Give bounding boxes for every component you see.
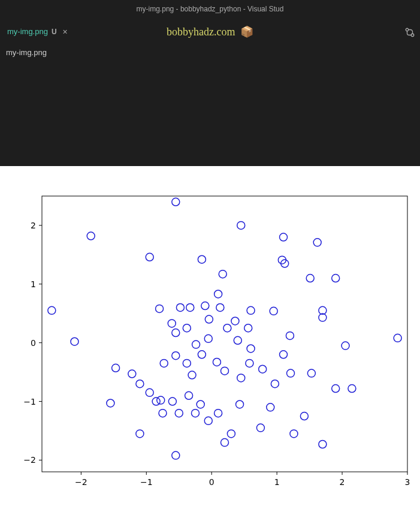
watermark-brand: bobbyhadz.com 📦 xyxy=(167,25,253,38)
svg-point-30 xyxy=(146,253,153,261)
svg-point-27 xyxy=(87,232,95,240)
svg-point-32 xyxy=(198,255,206,263)
svg-point-96 xyxy=(152,397,160,405)
svg-text:−1: −1 xyxy=(23,397,36,406)
vscode-editor-area: my-img.png - bobbyhadz_python - Visual S… xyxy=(0,0,420,166)
svg-point-60 xyxy=(246,359,253,367)
svg-point-26 xyxy=(237,221,245,229)
svg-point-51 xyxy=(183,324,191,332)
svg-point-37 xyxy=(214,290,222,298)
svg-point-36 xyxy=(306,275,314,282)
svg-point-55 xyxy=(192,341,200,348)
svg-point-68 xyxy=(332,385,340,393)
svg-text:3: 3 xyxy=(405,477,410,487)
svg-point-70 xyxy=(185,391,193,399)
svg-point-80 xyxy=(271,380,279,388)
svg-point-82 xyxy=(128,370,136,378)
svg-point-94 xyxy=(205,315,213,323)
svg-point-0 xyxy=(406,28,409,31)
svg-point-78 xyxy=(267,403,274,411)
svg-point-89 xyxy=(136,430,144,438)
svg-point-54 xyxy=(234,336,241,344)
image-viewer-blank-area xyxy=(0,61,420,166)
svg-point-86 xyxy=(290,430,298,438)
svg-point-57 xyxy=(213,358,220,366)
svg-point-48 xyxy=(204,335,212,342)
svg-point-71 xyxy=(168,397,176,405)
svg-point-81 xyxy=(188,371,196,379)
svg-point-87 xyxy=(319,441,327,448)
tab-filename: my-img.png xyxy=(7,27,48,36)
svg-point-66 xyxy=(136,380,144,388)
svg-point-88 xyxy=(221,439,229,447)
svg-point-25 xyxy=(172,198,180,206)
svg-point-74 xyxy=(214,409,222,417)
svg-point-62 xyxy=(221,367,229,375)
svg-point-49 xyxy=(394,334,401,342)
svg-point-61 xyxy=(259,365,267,373)
brand-text: bobbyhadz.com xyxy=(167,26,235,38)
scatter-plot: −2−10123−2−1012 xyxy=(12,184,413,508)
svg-point-47 xyxy=(71,338,78,345)
svg-point-64 xyxy=(287,369,295,377)
title-bar: my-img.png - bobbyhadz_python - Visual S… xyxy=(0,0,420,18)
git-untracked-indicator: U xyxy=(52,28,57,36)
compare-icon[interactable] xyxy=(404,27,415,40)
svg-point-50 xyxy=(223,324,231,332)
svg-text:1: 1 xyxy=(274,477,280,487)
svg-point-65 xyxy=(112,364,120,372)
breadcrumb-item: my-img.png xyxy=(6,48,47,57)
svg-text:1: 1 xyxy=(31,279,36,289)
svg-text:−1: −1 xyxy=(140,477,153,487)
svg-text:0: 0 xyxy=(31,338,36,348)
svg-point-63 xyxy=(307,369,315,377)
svg-point-35 xyxy=(332,275,340,282)
svg-point-90 xyxy=(172,451,180,459)
svg-text:2: 2 xyxy=(31,221,36,230)
svg-point-41 xyxy=(176,303,184,311)
svg-point-103 xyxy=(172,352,180,360)
svg-point-75 xyxy=(191,409,199,417)
svg-point-56 xyxy=(198,351,206,359)
svg-point-92 xyxy=(231,317,239,325)
svg-point-69 xyxy=(348,385,356,393)
svg-point-28 xyxy=(280,233,288,241)
svg-point-97 xyxy=(280,351,288,359)
svg-point-76 xyxy=(175,409,183,417)
svg-point-59 xyxy=(160,359,168,367)
image-content: −2−10123−2−1012 xyxy=(0,166,420,514)
package-icon: 📦 xyxy=(240,26,253,38)
svg-point-91 xyxy=(342,342,349,350)
svg-point-73 xyxy=(159,409,167,417)
window-title: my-img.png - bobbyhadz_python - Visual S… xyxy=(137,5,284,13)
svg-point-99 xyxy=(237,374,245,382)
svg-point-77 xyxy=(300,412,308,420)
svg-point-1 xyxy=(411,34,414,37)
svg-rect-2 xyxy=(42,196,407,472)
svg-point-52 xyxy=(168,320,176,327)
svg-point-43 xyxy=(48,306,56,314)
svg-point-38 xyxy=(201,302,209,310)
svg-point-84 xyxy=(256,424,264,432)
breadcrumb[interactable]: my-img.png xyxy=(0,43,420,61)
svg-point-101 xyxy=(107,399,114,407)
svg-point-29 xyxy=(313,239,321,246)
svg-point-85 xyxy=(227,430,235,438)
svg-point-102 xyxy=(197,400,204,408)
close-icon[interactable]: × xyxy=(61,26,70,37)
svg-text:0: 0 xyxy=(209,477,214,487)
svg-point-98 xyxy=(247,306,255,314)
svg-text:−2: −2 xyxy=(23,455,36,465)
svg-text:2: 2 xyxy=(340,477,345,487)
svg-point-40 xyxy=(186,303,194,311)
svg-point-79 xyxy=(236,400,244,408)
svg-point-83 xyxy=(204,417,212,424)
svg-point-39 xyxy=(244,324,252,332)
svg-point-95 xyxy=(247,345,255,353)
svg-point-93 xyxy=(216,303,224,311)
svg-text:−2: −2 xyxy=(75,477,87,487)
editor-actions xyxy=(404,27,415,40)
editor-tab[interactable]: my-img.png U × xyxy=(0,20,75,43)
svg-point-53 xyxy=(172,329,180,337)
svg-point-100 xyxy=(286,332,294,339)
